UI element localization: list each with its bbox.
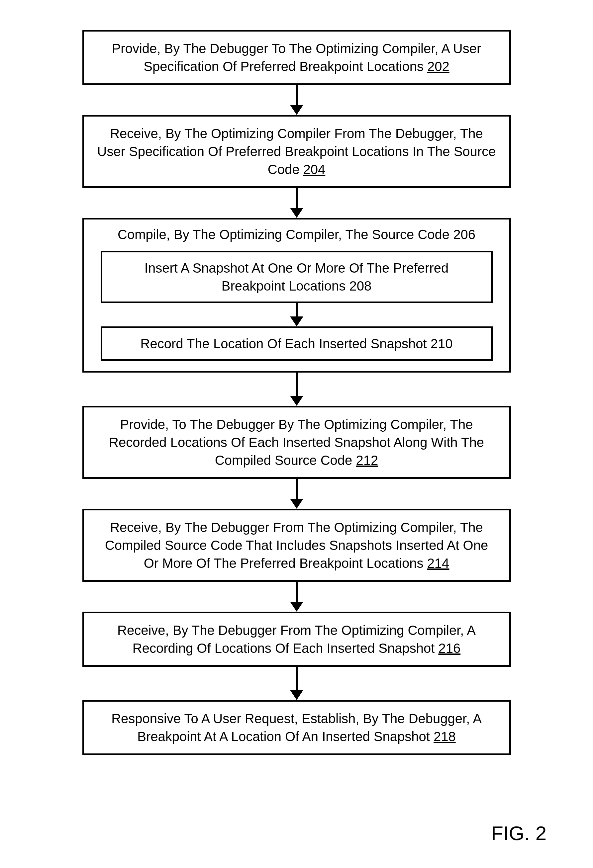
step-212: Provide, To The Debugger By The Optimizi… (82, 406, 511, 479)
step-text: Provide, By The Debugger To The Optimizi… (112, 41, 481, 74)
step-ref: 218 (433, 729, 456, 744)
flowchart: Provide, By The Debugger To The Optimizi… (82, 30, 511, 755)
step-ref: 214 (427, 556, 450, 570)
step-text: Insert A Snapshot At One Or More Of The … (145, 261, 448, 293)
step-ref: 212 (356, 453, 378, 468)
arrow-icon (290, 188, 303, 218)
step-214: Receive, By The Debugger From The Optimi… (82, 509, 511, 582)
step-text: Receive, By The Optimizing Compiler From… (97, 126, 496, 177)
figure-label: FIG. 2 (491, 822, 547, 845)
step-ref: 208 (349, 279, 371, 293)
step-204: Receive, By The Optimizing Compiler From… (82, 115, 511, 188)
step-text: Compile, By The Optimizing Compiler, The… (118, 227, 453, 242)
step-ref: 202 (427, 59, 450, 74)
step-202: Provide, By The Debugger To The Optimizi… (82, 30, 511, 85)
arrow-icon (290, 85, 303, 115)
step-text: Record The Location Of Each Inserted Sna… (140, 337, 430, 351)
arrow-icon (290, 667, 303, 700)
step-ref: 210 (430, 337, 453, 351)
step-text: Provide, To The Debugger By The Optimizi… (109, 417, 484, 468)
step-ref: 206 (453, 227, 475, 242)
arrow-icon (290, 373, 303, 406)
step-210: Record The Location Of Each Inserted Sna… (101, 326, 492, 361)
step-206: Compile, By The Optimizing Compiler, The… (82, 218, 511, 373)
step-ref: 216 (438, 641, 460, 655)
arrow-icon (290, 303, 303, 326)
compile-title: Compile, By The Optimizing Compiler, The… (118, 226, 475, 244)
step-216: Receive, By The Debugger From The Optimi… (82, 612, 511, 667)
step-208: Insert A Snapshot At One Or More Of The … (101, 251, 492, 303)
step-text: Responsive To A User Request, Establish,… (111, 711, 482, 744)
arrow-icon (290, 582, 303, 612)
step-ref: 204 (303, 162, 325, 177)
step-218: Responsive To A User Request, Establish,… (82, 700, 511, 755)
step-text: Receive, By The Debugger From The Optimi… (117, 623, 476, 655)
arrow-icon (290, 479, 303, 509)
flowchart-page: Provide, By The Debugger To The Optimizi… (0, 0, 593, 868)
